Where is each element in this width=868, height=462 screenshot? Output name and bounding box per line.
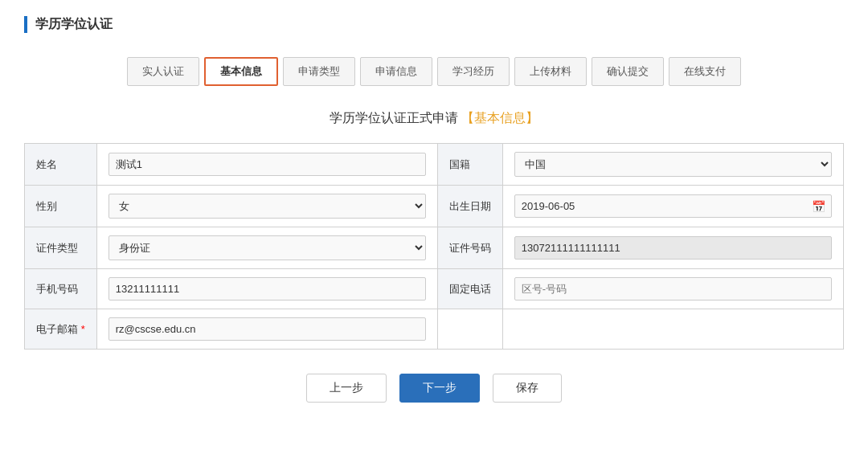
landline-input[interactable] bbox=[514, 277, 832, 301]
id-number-label: 证件号码 bbox=[437, 227, 502, 269]
step-basic-info[interactable]: 基本信息 bbox=[204, 57, 278, 86]
form-section-title: 学历学位认证正式申请 【基本信息】 bbox=[24, 110, 844, 127]
step-confirm[interactable]: 确认提交 bbox=[592, 57, 664, 86]
email-input[interactable] bbox=[108, 317, 426, 341]
name-input-cell bbox=[96, 144, 437, 186]
steps-nav: 实人认证 基本信息 申请类型 申请信息 学习经历 上传材料 确认提交 在线支付 bbox=[24, 57, 844, 86]
birthdate-input-cell: 📅 bbox=[502, 186, 843, 227]
table-row-gender-birthdate: 性别 女 男 出生日期 📅 bbox=[25, 186, 844, 227]
step-apply-type[interactable]: 申请类型 bbox=[283, 57, 355, 86]
id-type-input-cell: 身份证 护照 其他 bbox=[96, 227, 437, 269]
step-upload[interactable]: 上传材料 bbox=[514, 57, 587, 86]
table-row-idtype-idnumber: 证件类型 身份证 护照 其他 证件号码 bbox=[25, 227, 844, 269]
nationality-select[interactable]: 中国 其他 bbox=[514, 152, 832, 177]
gender-input-cell: 女 男 bbox=[96, 186, 437, 227]
page-wrapper: 学历学位认证 实人认证 基本信息 申请类型 申请信息 学习经历 上传材料 确认提… bbox=[0, 0, 868, 462]
name-input[interactable] bbox=[108, 153, 426, 176]
landline-label: 固定电话 bbox=[437, 269, 502, 309]
form-title-text: 学历学位认证正式申请 bbox=[330, 111, 458, 125]
email-required-star: * bbox=[81, 323, 85, 335]
table-row-name-nationality: 姓名 国籍 中国 其他 bbox=[25, 144, 844, 186]
table-row-email: 电子邮箱 * bbox=[25, 309, 844, 350]
step-apply-info[interactable]: 申请信息 bbox=[360, 57, 432, 86]
nationality-input-cell: 中国 其他 bbox=[502, 144, 843, 186]
id-type-select[interactable]: 身份证 护照 其他 bbox=[108, 235, 426, 260]
birthdate-input[interactable] bbox=[514, 194, 832, 218]
footer-buttons: 上一步 下一步 保存 bbox=[24, 374, 844, 403]
page-title: 学历学位认证 bbox=[35, 16, 113, 33]
email-label: 电子邮箱 * bbox=[25, 309, 97, 350]
step-payment[interactable]: 在线支付 bbox=[669, 57, 741, 86]
landline-input-cell bbox=[502, 269, 843, 309]
id-number-input-cell bbox=[502, 227, 843, 269]
step-study-history[interactable]: 学习经历 bbox=[437, 57, 510, 86]
gender-select[interactable]: 女 男 bbox=[108, 194, 426, 219]
gender-label: 性别 bbox=[25, 186, 97, 227]
calendar-icon: 📅 bbox=[812, 200, 825, 213]
id-number-input[interactable] bbox=[514, 236, 832, 260]
empty-cell-1 bbox=[437, 309, 502, 350]
birthdate-label: 出生日期 bbox=[437, 186, 502, 227]
next-button[interactable]: 下一步 bbox=[399, 374, 480, 403]
mobile-label: 手机号码 bbox=[25, 269, 97, 309]
birthdate-wrap: 📅 bbox=[514, 194, 832, 218]
empty-cell-2 bbox=[502, 309, 843, 350]
form-table: 姓名 国籍 中国 其他 性别 女 男 出生日期 bbox=[24, 143, 844, 350]
email-input-cell bbox=[96, 309, 437, 350]
page-title-bar: 学历学位认证 bbox=[24, 16, 844, 33]
name-label: 姓名 bbox=[25, 144, 97, 186]
mobile-input[interactable] bbox=[108, 277, 426, 301]
mobile-input-cell bbox=[96, 269, 437, 309]
nationality-label: 国籍 bbox=[437, 144, 502, 186]
id-type-label: 证件类型 bbox=[25, 227, 97, 269]
step-real-auth[interactable]: 实人认证 bbox=[127, 57, 199, 86]
save-button[interactable]: 保存 bbox=[493, 374, 562, 403]
prev-button[interactable]: 上一步 bbox=[306, 374, 387, 403]
form-title-bracket: 【基本信息】 bbox=[461, 111, 538, 125]
table-row-mobile-landline: 手机号码 固定电话 bbox=[25, 269, 844, 309]
